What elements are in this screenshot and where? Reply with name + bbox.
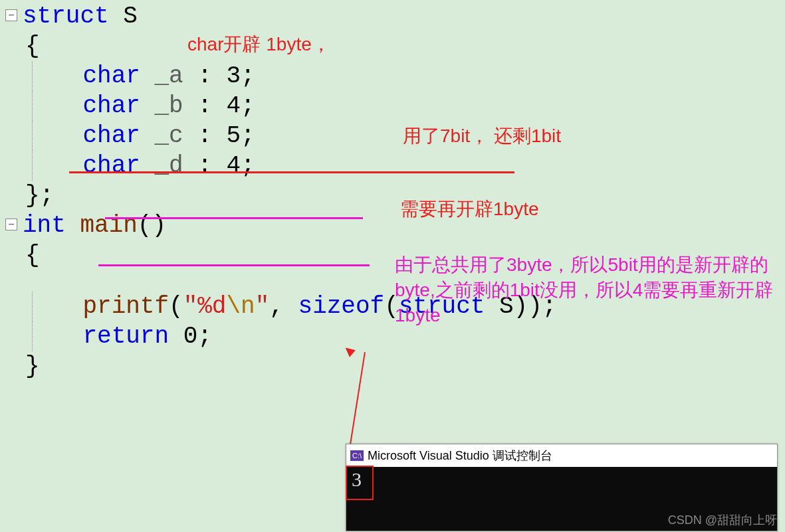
return-val: 0 — [183, 323, 198, 350]
close-struct: }; — [25, 182, 54, 209]
comma: , — [269, 293, 298, 320]
field-d: _d — [154, 152, 183, 179]
magenta-underline-2 — [98, 264, 370, 266]
char-keyword: char — [82, 122, 140, 149]
return-keyword: return — [82, 323, 169, 350]
fmt-quote: " — [255, 293, 270, 320]
field-b: _b — [154, 92, 183, 120]
field-c: _c — [154, 122, 183, 149]
field-a-bits: 3 — [226, 62, 241, 90]
open-brace: { — [25, 242, 40, 269]
console-titlebar: C:\ Microsoft Visual Studio 调试控制台 — [346, 444, 777, 467]
console-icon: C:\ — [350, 450, 364, 461]
fold-icon[interactable]: − — [5, 9, 17, 21]
fmt-newline: \n — [226, 293, 255, 320]
semicolon: ; — [197, 323, 212, 350]
close-brace: } — [25, 353, 40, 380]
field-d-bits: 4 — [226, 152, 241, 179]
annotation-top: char开辟 1byte， — [187, 32, 330, 57]
watermark: CSDN @甜甜向上呀 — [668, 512, 777, 528]
annotation-mid1: 用了7bit， 还剩1bit — [403, 124, 561, 149]
annotation-mid2: 需要再开辟1byte — [400, 197, 539, 222]
int-keyword: int — [23, 212, 66, 239]
main-parens: () — [138, 212, 166, 239]
fmt-d: %d — [197, 293, 226, 320]
red-underline — [69, 171, 514, 173]
fmt-quote: " — [183, 293, 198, 320]
magenta-underline-1 — [105, 217, 363, 219]
char-keyword: char — [82, 92, 140, 120]
printf-call: printf — [82, 293, 169, 320]
printf-open: ( — [169, 293, 183, 320]
console-title-text: Microsoft Visual Studio 调试控制台 — [368, 448, 552, 464]
annotation-bottom: 由于总共用了3byte，所以5bit用的是新开辟的byte,之前剩的1bit没用… — [395, 252, 774, 327]
char-keyword: char — [82, 62, 140, 90]
field-c-bits: 5 — [226, 122, 241, 149]
open-brace: { — [25, 33, 40, 60]
field-a: _a — [154, 62, 183, 90]
field-b-bits: 4 — [226, 92, 241, 120]
main-func: main — [80, 212, 137, 239]
char-keyword: char — [82, 152, 140, 179]
sizeof-keyword: sizeof — [298, 293, 385, 320]
fold-icon[interactable]: − — [5, 219, 17, 230]
struct-name: S — [123, 3, 138, 30]
struct-keyword: struct — [23, 3, 109, 30]
